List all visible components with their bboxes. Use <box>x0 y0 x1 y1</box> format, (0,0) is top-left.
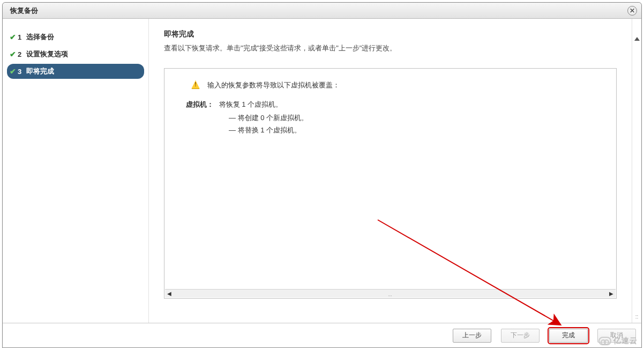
titlebar: 恢复备份 ✕ <box>3 3 641 19</box>
check-icon: ✔ <box>8 50 18 58</box>
page-subtitle: 查看以下恢复请求。单击"完成"接受这些请求，或者单击"上一步"进行更改。 <box>164 43 617 53</box>
wizard-step-ready[interactable]: ✔ 3 即将完成 <box>7 64 144 79</box>
next-button: 下一步 <box>501 329 540 343</box>
window-title: 恢复备份 <box>10 6 38 16</box>
wizard-step-select-backup[interactable]: ✔ 1 选择备份 <box>7 29 144 45</box>
scroll-up-icon[interactable] <box>634 37 640 41</box>
warning-text: 输入的恢复参数将导致以下虚拟机被覆盖： <box>207 80 340 90</box>
scroll-grip-icon: :: <box>635 314 639 320</box>
scroll-left-icon[interactable]: ◀ <box>165 290 174 298</box>
close-button[interactable]: ✕ <box>627 6 637 16</box>
step-number: 3 <box>18 68 26 76</box>
check-icon: ✔ <box>8 33 18 41</box>
summary-panel-outer: 输入的恢复参数将导致以下虚拟机被覆盖： 虚拟机： 将恢复 1 个虚拟机。 — 将… <box>164 68 617 317</box>
scroll-right-icon[interactable]: ▶ <box>607 290 616 298</box>
content-pane: 即将完成 查看以下恢复请求。单击"完成"接受这些请求，或者单击"上一步"进行更改… <box>149 19 632 323</box>
vertical-scroll-gutter[interactable]: :: <box>632 19 641 323</box>
scroll-grip-icon: :: <box>388 294 393 299</box>
step-number: 2 <box>18 50 26 58</box>
check-icon: ✔ <box>8 67 18 76</box>
warning-icon <box>191 80 200 89</box>
summary-panel: 输入的恢复参数将导致以下虚拟机被覆盖： 虚拟机： 将恢复 1 个虚拟机。 — 将… <box>164 68 617 299</box>
vm-label: 虚拟机： <box>186 100 214 109</box>
step-number: 1 <box>18 33 26 41</box>
back-button[interactable]: 上一步 <box>453 329 491 343</box>
close-icon: ✕ <box>630 7 635 14</box>
vm-detail-lines: — 将创建 0 个新虚拟机。 — 将替换 1 个虚拟机。 <box>229 112 605 137</box>
cancel-button: 取消 <box>597 329 636 343</box>
warning-row: 输入的恢复参数将导致以下虚拟机被覆盖： <box>191 80 605 90</box>
dialog-footer: 上一步 下一步 完成 取消 <box>3 323 641 347</box>
vm-detail-create: — 将创建 0 个新虚拟机。 <box>229 112 605 124</box>
wizard-step-restore-options[interactable]: ✔ 2 设置恢复选项 <box>7 47 144 62</box>
finish-button[interactable]: 完成 <box>549 329 588 343</box>
vm-summary: 将恢复 1 个虚拟机。 <box>219 100 282 109</box>
step-label: 选择备份 <box>26 32 54 42</box>
dialog-window: 恢复备份 ✕ ✔ 1 选择备份 ✔ 2 设置恢复选项 ✔ 3 即将完成 <box>2 2 642 348</box>
dialog-body: ✔ 1 选择备份 ✔ 2 设置恢复选项 ✔ 3 即将完成 即将完成 查看以下恢复… <box>3 19 641 323</box>
wizard-sidebar: ✔ 1 选择备份 ✔ 2 设置恢复选项 ✔ 3 即将完成 <box>3 19 149 323</box>
horizontal-scrollbar[interactable]: ◀ :: ▶ <box>165 289 616 298</box>
step-label: 设置恢复选项 <box>26 49 68 59</box>
vm-detail-replace: — 将替换 1 个虚拟机。 <box>229 124 605 136</box>
vm-summary-block: 虚拟机： 将恢复 1 个虚拟机。 — 将创建 0 个新虚拟机。 — 将替换 1 … <box>186 100 605 137</box>
step-label: 即将完成 <box>26 66 54 76</box>
page-title: 即将完成 <box>164 29 617 39</box>
summary-inner: 输入的恢复参数将导致以下虚拟机被覆盖： 虚拟机： 将恢复 1 个虚拟机。 — 将… <box>164 69 616 149</box>
